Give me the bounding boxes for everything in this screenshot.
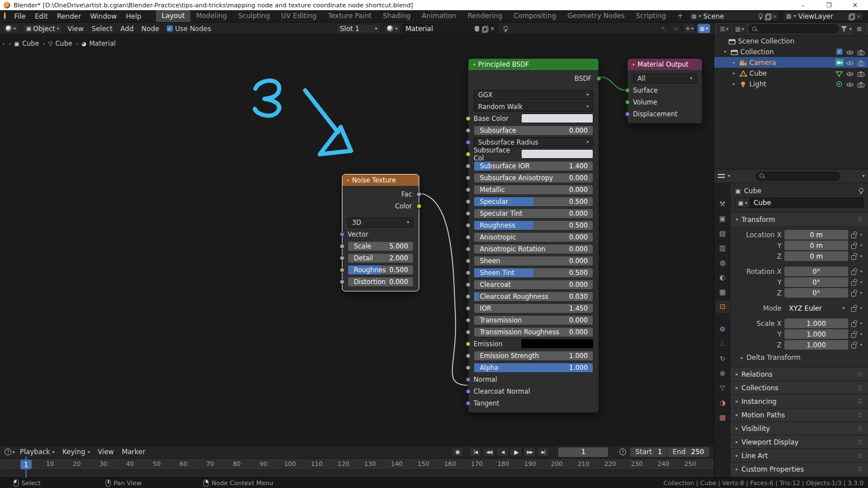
pin-icon[interactable] <box>757 13 763 20</box>
input-socket[interactable] <box>340 267 345 272</box>
panel-grip-icon[interactable]: ☰ <box>858 217 863 223</box>
workspace-tab[interactable]: Modeling <box>190 10 233 22</box>
node-row[interactable]: Alpha Alpha Alpha▾ Alpha1.000 <box>468 361 598 373</box>
properties-tab[interactable]: ▦ <box>715 286 730 298</box>
parent-navigate-icon[interactable]: ↖ <box>658 24 669 33</box>
disable-render-camera-icon[interactable] <box>857 80 865 88</box>
breadcrumb-item[interactable]: › ▽ Cube <box>43 40 72 47</box>
disable-render-camera-icon[interactable] <box>857 69 865 77</box>
input-socket[interactable] <box>466 128 471 133</box>
search-input[interactable] <box>760 25 835 33</box>
properties-tab[interactable]: ▣ <box>715 212 730 225</box>
collapsed-panel[interactable]: ▸ Line Art ☰ <box>731 448 868 462</box>
filter-id-button[interactable]: ▥ ▾ <box>733 24 746 34</box>
material-type-dropdown[interactable]: ▾ <box>384 24 401 33</box>
input-socket[interactable] <box>466 365 471 370</box>
collapsed-panel[interactable]: ▸ Collections ☰ <box>731 381 868 394</box>
input-socket[interactable] <box>625 111 630 116</box>
playback-button[interactable]: |◀ <box>469 447 481 457</box>
lock-icon[interactable] <box>851 281 856 286</box>
node-row[interactable]: ▾ <box>342 212 419 216</box>
input-socket[interactable] <box>625 99 630 104</box>
close-button[interactable]: ✕ <box>842 0 868 10</box>
viewlayer-selector[interactable]: ▥ ▾ ViewLayer × <box>783 11 863 21</box>
animate-dot-icon[interactable]: • <box>859 253 863 259</box>
properties-tab[interactable]: ▽ <box>715 382 730 394</box>
delta-transform-subpanel[interactable]: ▸ Delta Transform <box>735 350 863 361</box>
value-slider[interactable]: Specular0.500 <box>474 197 593 207</box>
panel-grip-icon[interactable]: ☰ <box>858 439 863 445</box>
collapse-chevron-icon[interactable]: ▾ <box>473 62 475 67</box>
input-socket[interactable] <box>466 294 471 299</box>
input-socket[interactable] <box>340 279 345 284</box>
panel-grip-icon[interactable]: ☰ <box>858 385 863 391</box>
breadcrumb-item[interactable]: › ▣ Cube <box>8 40 39 47</box>
node-row[interactable]: All All All▾ All <box>628 72 702 84</box>
value-slider[interactable]: Detail2.000 <box>348 253 414 263</box>
workspace-tab[interactable]: Shading <box>377 10 416 22</box>
search-input[interactable] <box>767 172 836 180</box>
value-slider[interactable]: Specular Tint0.000 <box>474 208 593 219</box>
collection-checkbox[interactable]: ✓ <box>836 49 843 55</box>
lock-icon[interactable] <box>851 333 856 338</box>
animate-dot-icon[interactable]: • <box>859 290 863 296</box>
workspace-tab[interactable]: Texture Paint <box>322 10 377 22</box>
collapsed-panel[interactable]: ▸ Visibility ☰ <box>731 421 868 435</box>
value-slider[interactable]: Alpha1.000 <box>474 363 593 373</box>
copy-material-icon[interactable] <box>482 26 487 32</box>
pin-icon[interactable] <box>502 25 508 32</box>
node-row[interactable]: Clearcoat Normal Clearcoat Normal Clearc… <box>468 385 598 397</box>
value-field[interactable]: 0° ▾ <box>784 267 848 276</box>
node-row[interactable]: Scale Scale Scale▾ Scale5.000 <box>342 240 419 252</box>
node-row[interactable]: Metallic Metallic Metallic▾ Metallic0.00… <box>468 184 598 195</box>
new-viewlayer-icon[interactable] <box>849 14 854 19</box>
input-socket[interactable] <box>466 199 471 204</box>
menu-item[interactable]: Edit <box>30 12 52 20</box>
use-nodes-checkbox[interactable]: ✓ Use Nodes <box>167 25 211 33</box>
lock-icon[interactable] <box>851 344 856 348</box>
mesh-data-icon[interactable] <box>835 69 844 77</box>
value-field[interactable]: 0 m ▾ <box>784 241 848 250</box>
new-collection-button[interactable]: ⊞ <box>854 24 865 34</box>
frame-end-field[interactable]: End250 <box>667 447 709 457</box>
properties-tab[interactable]: ⚒ <box>715 198 730 210</box>
value-slider[interactable]: Sheen0.000 <box>474 256 593 266</box>
input-socket[interactable] <box>466 317 471 323</box>
outliner-search[interactable] <box>748 24 839 33</box>
breadcrumb-item[interactable]: › ◕ Material <box>76 40 116 47</box>
node-row[interactable]: Clearcoat Roughness Clearcoat Roughness … <box>468 290 598 302</box>
input-socket[interactable] <box>466 116 471 121</box>
properties-search[interactable] <box>756 172 840 181</box>
input-socket[interactable] <box>466 246 471 251</box>
output-socket[interactable] <box>596 76 601 81</box>
noise-texture-node[interactable]: ▾ Noise Texture Fac Fac Fac▾ Fac <box>342 174 419 291</box>
timeline-menu-item[interactable]: Keying▾ <box>59 448 94 456</box>
node-row[interactable]: Volume Volume Volume▾ Volume <box>628 96 702 108</box>
node-row[interactable]: Roughness Roughness Roughness▾ Roughness… <box>468 219 598 231</box>
input-socket[interactable] <box>466 329 471 334</box>
input-socket[interactable] <box>466 282 471 287</box>
workspace-tab[interactable]: Compositing <box>508 10 562 22</box>
input-socket[interactable] <box>466 270 471 275</box>
value-slider[interactable]: Roughness0.500 <box>474 220 593 230</box>
node-row[interactable]: Distortion Distortion Distortion▾ Distor… <box>342 276 419 287</box>
properties-tab[interactable]: ⊡ <box>715 300 730 313</box>
workspace-tab[interactable]: Sculpting <box>232 10 275 22</box>
node-row[interactable]: Specular Specular Specular▾ Specular0.50… <box>468 195 598 207</box>
object-name-field[interactable]: Cube <box>750 198 863 208</box>
options-chevron-icon[interactable]: ▾ <box>862 173 865 178</box>
node-row[interactable]: Transmission Roughness Transmission Roug… <box>468 326 598 338</box>
node-row[interactable]: Sheen Tint Sheen Tint Sheen Tint▾ Sheen … <box>468 267 598 278</box>
node-row[interactable]: Emission Emission Emission▾ Emission <box>468 338 598 350</box>
value-slider[interactable]: Clearcoat Roughness0.030 <box>474 291 593 302</box>
lock-icon[interactable] <box>851 255 856 260</box>
properties-tab[interactable]: ⊗ <box>715 367 730 380</box>
workspace-tab[interactable]: UV Editing <box>276 10 323 22</box>
input-socket[interactable] <box>466 211 471 216</box>
properties-tab[interactable]: ◑ <box>715 396 730 409</box>
playhead[interactable]: 1 <box>20 460 32 469</box>
playback-button[interactable]: ◀ <box>496 447 509 457</box>
unlink-icon[interactable]: × <box>490 25 494 32</box>
collapse-chevron-icon[interactable]: ▾ <box>347 178 349 183</box>
input-socket[interactable] <box>466 151 471 156</box>
